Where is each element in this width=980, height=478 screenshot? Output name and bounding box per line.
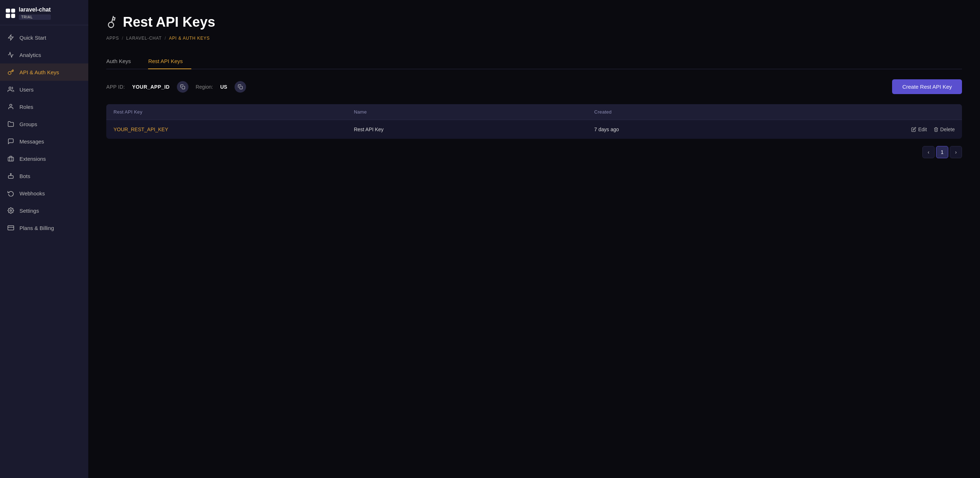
roles-icon [7, 103, 14, 110]
app-info: laravel-chat TRIAL [19, 6, 51, 20]
bots-icon [7, 172, 14, 180]
sidebar-item-label: Quick Start [19, 35, 46, 41]
sidebar-item-analytics[interactable]: Analytics [0, 46, 88, 64]
tab-rest-api-keys[interactable]: Rest API Keys [148, 54, 191, 69]
edit-label: Edit [918, 126, 927, 132]
sidebar-item-label: Users [19, 86, 33, 92]
sidebar-item-label: Analytics [19, 52, 41, 58]
webhooks-icon [7, 190, 14, 197]
breadcrumb-current: API & AUTH KEYS [169, 36, 210, 41]
breadcrumb-app-name: LARAVEL-CHAT [126, 36, 162, 41]
app-info-row: APP ID: YOUR_APP_ID Region: US Create Re… [106, 79, 962, 94]
extensions-icon [7, 155, 14, 162]
create-rest-api-key-button[interactable]: Create Rest API Key [892, 79, 962, 94]
messages-icon [7, 138, 14, 145]
sidebar-item-label: Roles [19, 104, 33, 110]
sidebar-item-label: Plans & Billing [19, 225, 54, 231]
delete-label: Delete [940, 126, 955, 132]
svg-marker-0 [8, 35, 13, 40]
sidebar-item-label: API & Auth Keys [19, 69, 59, 75]
tabs: Auth Keys Rest API Keys [106, 54, 962, 69]
copy-region-button[interactable] [235, 81, 246, 92]
app-id-label: APP ID: [106, 84, 125, 90]
svg-point-12 [107, 21, 115, 29]
svg-point-6 [10, 174, 11, 174]
sidebar-item-messages[interactable]: Messages [0, 133, 88, 150]
svg-rect-4 [8, 157, 14, 161]
svg-rect-10 [8, 226, 14, 230]
sidebar-item-label: Messages [19, 139, 44, 145]
tab-auth-keys[interactable]: Auth Keys [106, 54, 140, 69]
api-key-name: Rest API Key [354, 126, 594, 132]
sidebar-item-bots[interactable]: Bots [0, 167, 88, 185]
app-logo-icon [6, 9, 15, 18]
billing-icon [7, 224, 14, 231]
users-icon [7, 86, 14, 93]
rest-api-keys-table: Rest API Key Name Created YOUR_REST_API_… [106, 104, 962, 139]
breadcrumb-apps: APPS [106, 36, 119, 41]
copy-app-id-button[interactable] [177, 81, 188, 92]
region-label: Region: [196, 84, 213, 90]
pagination-next-button[interactable]: › [950, 146, 962, 158]
main-content: Rest API Keys APPS / LARAVEL-CHAT / API … [88, 0, 980, 478]
page-title-row: Rest API Keys [106, 14, 962, 30]
api-key-created: 7 days ago [594, 126, 834, 132]
svg-rect-13 [182, 86, 185, 89]
pagination: ‹ 1 › [106, 146, 962, 158]
sidebar-nav: Quick Start Analytics API & Auth Keys [0, 25, 88, 478]
region-value: US [220, 84, 227, 90]
col-header-key: Rest API Key [113, 109, 354, 115]
settings-icon [7, 207, 14, 214]
table-header: Rest API Key Name Created [106, 104, 962, 120]
sidebar-item-label: Groups [19, 121, 37, 127]
groups-icon [7, 120, 14, 127]
pagination-page-1-button[interactable]: 1 [936, 146, 948, 158]
sidebar-item-quick-start[interactable]: Quick Start [0, 29, 88, 46]
sidebar-item-label: Bots [19, 173, 30, 179]
sidebar-item-plans-billing[interactable]: Plans & Billing [0, 219, 88, 236]
svg-point-9 [10, 210, 12, 212]
delete-api-key-button[interactable]: Delete [934, 126, 955, 132]
svg-point-2 [9, 87, 11, 89]
edit-api-key-button[interactable]: Edit [911, 126, 927, 132]
sidebar-header: laravel-chat TRIAL [0, 0, 88, 25]
table-row: YOUR_REST_API_KEY Rest API Key 7 days ag… [106, 120, 962, 139]
svg-rect-5 [8, 175, 13, 178]
api-key-actions: Edit Delete [834, 126, 955, 132]
sidebar-item-label: Settings [19, 208, 39, 214]
app-name: laravel-chat [19, 6, 51, 13]
breadcrumb-sep1: / [122, 36, 123, 41]
sidebar-item-users[interactable]: Users [0, 81, 88, 98]
page-key-icon [104, 14, 120, 30]
svg-point-1 [8, 72, 11, 75]
trial-badge: TRIAL [19, 14, 51, 20]
analytics-icon [7, 51, 14, 58]
pagination-prev-button[interactable]: ‹ [922, 146, 935, 158]
breadcrumb-sep2: / [165, 36, 166, 41]
page-title: Rest API Keys [123, 14, 215, 30]
svg-point-3 [10, 104, 12, 106]
sidebar-item-label: Webhooks [19, 190, 45, 196]
sidebar-item-extensions[interactable]: Extensions [0, 150, 88, 167]
sidebar-item-api-auth-keys[interactable]: API & Auth Keys [0, 64, 88, 81]
sidebar: laravel-chat TRIAL Quick Start Analytics [0, 0, 88, 478]
api-key-value: YOUR_REST_API_KEY [113, 126, 354, 132]
sidebar-item-roles[interactable]: Roles [0, 98, 88, 115]
col-header-name: Name [354, 109, 594, 115]
quick-start-icon [7, 34, 14, 41]
api-keys-icon [7, 69, 14, 76]
sidebar-item-groups[interactable]: Groups [0, 115, 88, 133]
col-header-actions [834, 109, 955, 115]
breadcrumb: APPS / LARAVEL-CHAT / API & AUTH KEYS [106, 36, 962, 41]
col-header-created: Created [594, 109, 834, 115]
app-id-value: YOUR_APP_ID [132, 84, 170, 90]
svg-rect-14 [240, 86, 242, 89]
sidebar-item-label: Extensions [19, 156, 46, 162]
sidebar-item-settings[interactable]: Settings [0, 202, 88, 219]
sidebar-item-webhooks[interactable]: Webhooks [0, 185, 88, 202]
